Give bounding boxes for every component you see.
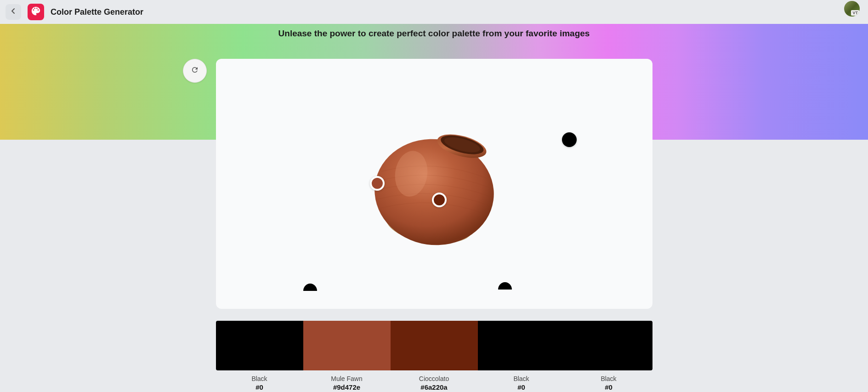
color-picker-point-1[interactable] <box>370 176 385 191</box>
color-hex-1: #9d472e <box>303 383 391 391</box>
swatch-label-4: Black #0 <box>565 375 652 391</box>
color-name-4: Black <box>565 375 652 382</box>
image-canvas[interactable] <box>216 59 652 309</box>
color-name-3: Black <box>478 375 565 382</box>
swatch-label-0: Black #0 <box>216 375 303 391</box>
palette-icon <box>31 6 41 18</box>
swatch-label-2: Cioccolato #6a220a <box>391 375 478 391</box>
palette-labels: Black #0 Mule Fawn #9d472e Cioccolato #6… <box>216 375 652 391</box>
swatch-4[interactable] <box>565 321 652 370</box>
swatch-2[interactable] <box>391 321 478 370</box>
swatch-label-1: Mule Fawn #9d472e <box>303 375 391 391</box>
refresh-button[interactable] <box>183 59 207 83</box>
back-button[interactable] <box>6 4 21 20</box>
swatch-label-3: Black #0 <box>478 375 565 391</box>
color-hex-2: #6a220a <box>391 383 478 391</box>
app-title: Color Palette Generator <box>51 7 143 17</box>
color-hex-3: #0 <box>478 383 565 391</box>
color-picker-point-4[interactable] <box>303 284 317 291</box>
user-avatar[interactable]: VT <box>844 1 860 17</box>
swatch-1[interactable] <box>303 321 391 370</box>
refresh-icon <box>191 66 199 76</box>
color-picker-point-5[interactable] <box>498 282 512 290</box>
user-initials: VT <box>851 10 859 16</box>
palette-row <box>216 321 652 370</box>
tagline: Unlease the power to create perfect colo… <box>0 28 868 39</box>
swatch-0[interactable] <box>216 321 303 370</box>
color-picker-point-2[interactable] <box>432 193 447 207</box>
main-content: Black #0 Mule Fawn #9d472e Cioccolato #6… <box>216 59 652 391</box>
color-picker-point-3[interactable] <box>562 132 577 147</box>
app-logo <box>28 4 44 20</box>
color-name-1: Mule Fawn <box>303 375 391 382</box>
color-hex-0: #0 <box>216 383 303 391</box>
swatch-3[interactable] <box>478 321 565 370</box>
color-name-0: Black <box>216 375 303 382</box>
app-header: Color Palette Generator VT <box>0 0 868 24</box>
color-name-2: Cioccolato <box>391 375 478 382</box>
color-hex-4: #0 <box>565 383 652 391</box>
arrow-left-icon <box>10 7 17 17</box>
